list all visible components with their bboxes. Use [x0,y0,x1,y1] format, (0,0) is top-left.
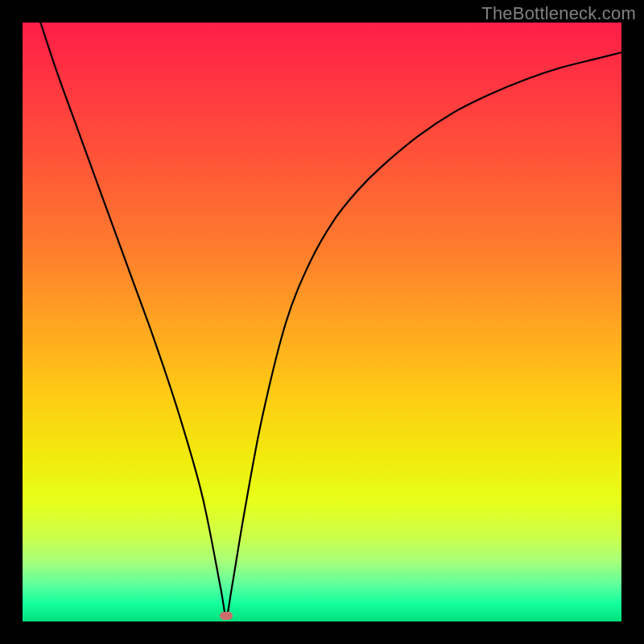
bottleneck-curve [40,23,621,616]
chart-frame: TheBottleneck.com [0,0,644,644]
curve-svg [23,23,621,621]
watermark-text: TheBottleneck.com [481,3,636,24]
plot-area [23,23,621,621]
optimal-point-marker [220,612,233,620]
